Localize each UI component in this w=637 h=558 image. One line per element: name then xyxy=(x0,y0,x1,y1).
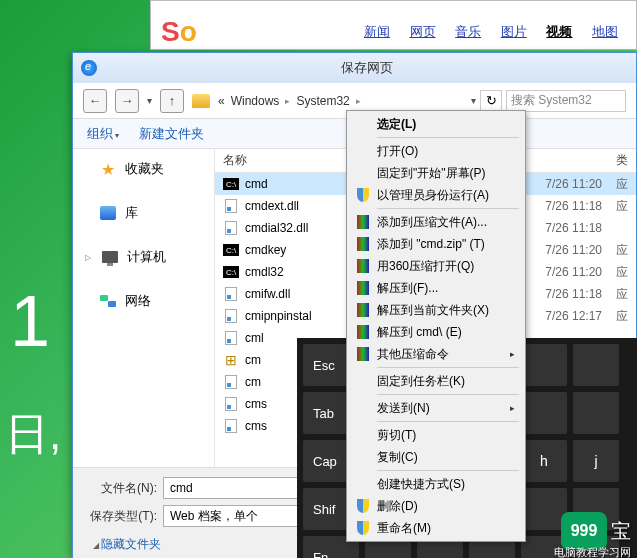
dll-icon xyxy=(225,309,237,323)
desktop-date: 日, xyxy=(5,405,61,464)
menu-label: 解压到 cmd\ (E) xyxy=(377,324,462,341)
menu-item[interactable]: 解压到(F)... xyxy=(349,277,523,299)
menu-separator xyxy=(377,367,519,368)
file-name: cmipnpinstal xyxy=(245,309,312,323)
col-type[interactable]: 类 xyxy=(616,152,636,169)
menu-separator xyxy=(377,137,519,138)
menu-label: 其他压缩命令 xyxy=(377,346,449,363)
menu-item[interactable]: 创建快捷方式(S) xyxy=(349,473,523,495)
menu-item[interactable]: 删除(D) xyxy=(349,495,523,517)
menu-item[interactable]: 重命名(M) xyxy=(349,517,523,539)
menu-separator xyxy=(377,208,519,209)
back-button[interactable]: ← xyxy=(83,89,107,113)
menu-item[interactable]: 固定到任务栏(K) xyxy=(349,370,523,392)
new-folder-button[interactable]: 新建文件夹 xyxy=(139,125,204,143)
file-name: cm xyxy=(245,375,261,389)
link-news[interactable]: 新闻 xyxy=(364,24,390,39)
menu-label: 固定到"开始"屏幕(P) xyxy=(377,165,486,182)
menu-item[interactable]: 选定(L) xyxy=(349,113,523,135)
link-web[interactable]: 网页 xyxy=(410,24,436,39)
archive-icon xyxy=(355,280,371,296)
link-image[interactable]: 图片 xyxy=(501,24,527,39)
breadcrumb[interactable]: « Windows ▸ System32 ▸ xyxy=(218,94,463,108)
file-name: cmdl32 xyxy=(245,265,284,279)
dll-icon xyxy=(225,397,237,411)
sidebar-computer[interactable]: ▷计算机 xyxy=(73,243,214,271)
menu-separator xyxy=(377,470,519,471)
menu-item[interactable]: 剪切(T) xyxy=(349,424,523,446)
crumb-system32[interactable]: System32 xyxy=(296,94,349,108)
menu-item[interactable]: 以管理员身份运行(A) xyxy=(349,184,523,206)
keyboard-key[interactable]: j xyxy=(573,440,619,482)
menu-label: 解压到当前文件夹(X) xyxy=(377,302,489,319)
shield-icon xyxy=(355,498,371,514)
dll-icon xyxy=(225,419,237,433)
menu-item[interactable]: 解压到当前文件夹(X) xyxy=(349,299,523,321)
recent-dropdown[interactable]: ▾ xyxy=(147,95,152,106)
menu-item[interactable]: 用360压缩打开(Q) xyxy=(349,255,523,277)
sidebar-library[interactable]: 库 xyxy=(73,199,214,227)
menu-label: 解压到(F)... xyxy=(377,280,438,297)
keyboard-key[interactable] xyxy=(573,344,619,386)
file-date: 7/26 11:20 xyxy=(545,177,610,191)
file-date: 7/26 11:18 xyxy=(545,287,610,301)
archive-icon xyxy=(355,236,371,252)
menu-item[interactable]: 固定到"开始"屏幕(P) xyxy=(349,162,523,184)
file-date: 7/26 11:18 xyxy=(545,221,610,235)
file-type: 应 xyxy=(616,242,636,259)
link-map[interactable]: 地图 xyxy=(592,24,618,39)
dialog-titlebar[interactable]: 保存网页 xyxy=(73,53,636,83)
context-menu[interactable]: 选定(L)打开(O)固定到"开始"屏幕(P)以管理员身份运行(A)添加到压缩文件… xyxy=(346,110,526,542)
archive-icon xyxy=(355,214,371,230)
file-date: 7/26 12:17 xyxy=(545,309,610,323)
menu-label: 复制(C) xyxy=(377,449,418,466)
menu-item[interactable]: 复制(C) xyxy=(349,446,523,468)
dll-icon xyxy=(225,331,237,345)
filetype-label: 保存类型(T): xyxy=(87,508,157,525)
link-video[interactable]: 视频 xyxy=(546,24,572,39)
keyboard-key[interactable] xyxy=(521,344,567,386)
menu-label: 添加到压缩文件(A)... xyxy=(377,214,487,231)
search-input[interactable]: 搜索 System32 xyxy=(506,90,626,112)
keyboard-key[interactable] xyxy=(573,392,619,434)
ie-icon xyxy=(81,60,97,76)
file-type: 应 xyxy=(616,308,636,325)
menu-label: 发送到(N) xyxy=(377,400,430,417)
star-icon: ★ xyxy=(99,160,117,178)
crumb-windows[interactable]: Windows xyxy=(231,94,280,108)
menu-label: 用360压缩打开(Q) xyxy=(377,258,474,275)
chevron-right-icon[interactable]: ▷ xyxy=(85,253,91,262)
breadcrumb-dropdown[interactable]: ▾ xyxy=(471,95,476,106)
file-name: cmifw.dll xyxy=(245,287,290,301)
forward-button[interactable]: → xyxy=(115,89,139,113)
file-name: cmdkey xyxy=(245,243,286,257)
dll-icon xyxy=(225,287,237,301)
sidebar-network[interactable]: 网络 xyxy=(73,287,214,315)
menu-item[interactable]: 打开(O) xyxy=(349,140,523,162)
cmd-icon: C:\ xyxy=(223,266,239,278)
menu-item[interactable]: 添加到压缩文件(A)... xyxy=(349,211,523,233)
dialog-title: 保存网页 xyxy=(105,59,628,77)
up-button[interactable]: ↑ xyxy=(160,89,184,113)
watermark-sub: 电脑教程学习网 xyxy=(554,545,631,558)
folder-icon xyxy=(192,94,210,108)
keyboard-key[interactable]: h xyxy=(521,440,567,482)
organize-menu[interactable]: 组织 xyxy=(87,125,119,143)
menu-item[interactable]: 添加到 "cmd.zip" (T) xyxy=(349,233,523,255)
menu-item[interactable]: 其他压缩命令 xyxy=(349,343,523,365)
keyboard-key[interactable] xyxy=(521,392,567,434)
library-icon xyxy=(99,204,117,222)
archive-icon xyxy=(355,346,371,362)
zip-icon: ⊞ xyxy=(225,352,237,368)
file-type: 应 xyxy=(616,176,636,193)
menu-label: 删除(D) xyxy=(377,498,418,515)
refresh-button[interactable]: ↻ xyxy=(480,90,502,112)
cmd-icon: C:\ xyxy=(223,178,239,190)
filename-label: 文件名(N): xyxy=(87,480,157,497)
sidebar-favorites[interactable]: ★收藏夹 xyxy=(73,155,214,183)
menu-item[interactable]: 发送到(N) xyxy=(349,397,523,419)
menu-item[interactable]: 解压到 cmd\ (E) xyxy=(349,321,523,343)
file-name: cm xyxy=(245,353,261,367)
link-music[interactable]: 音乐 xyxy=(455,24,481,39)
menu-label: 选定(L) xyxy=(377,116,416,133)
